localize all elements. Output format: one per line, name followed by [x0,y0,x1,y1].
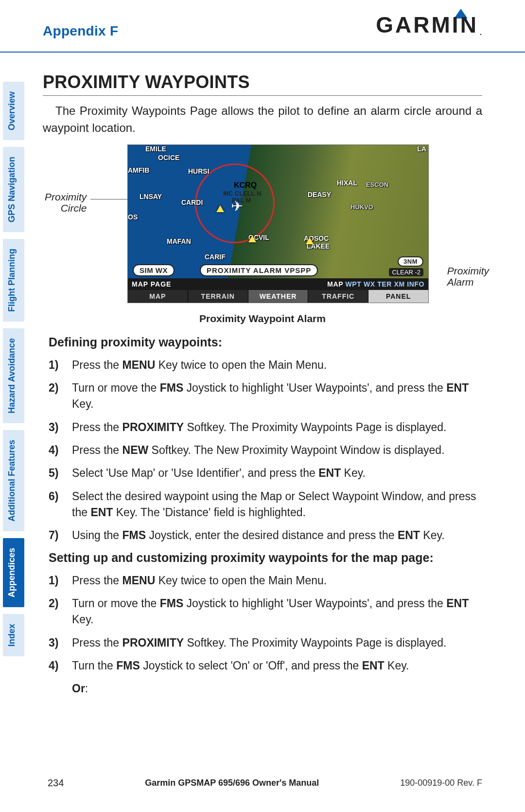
map-label: OS [128,213,138,221]
step: 4)Press the NEW Softkey. The New Proximi… [49,442,482,458]
side-tab-appendices[interactable]: Appendices [3,538,24,607]
side-tabs: OverviewGPS NavigationFlight PlanningHaz… [3,82,24,656]
step: Or: [49,681,482,697]
map-label: MAFAN [167,237,191,245]
procedure-title-2: Setting up and customizing proximity way… [49,551,482,565]
map-label: HUKVO [350,203,373,211]
step: 1)Press the MENU Key twice to open the M… [49,357,482,373]
side-tab-additional-features[interactable]: Additional Features [3,430,24,531]
step-number: 2) [49,595,72,628]
side-tab-flight-planning[interactable]: Flight Planning [3,239,24,322]
softkey-weather[interactable]: WEATHER [248,290,309,303]
step: 2)Turn or move the FMS Joystick to highl… [49,380,482,413]
waypoint-icon [306,237,314,244]
footer-title: Garmin GPSMAP 695/696 Owner's Manual [145,778,319,788]
softkey-traffic[interactable]: TRAFFIC [308,290,368,303]
step-number: 6) [49,488,72,521]
step: 6)Select the desired waypoint using the … [49,488,482,521]
step-text: Press the NEW Softkey. The New Proximity… [72,442,445,458]
step-text: Press the MENU Key twice to open the Mai… [72,573,327,589]
step-number: 1) [49,357,72,373]
intro-text: The Proximity Waypoints Page allows the … [43,103,482,137]
side-tab-overview[interactable]: Overview [3,82,24,140]
logo-text: GARMIN [376,12,478,38]
step: 1)Press the MENU Key twice to open the M… [49,573,482,589]
callout-text: Alarm [447,276,474,288]
content: PROXIMITY WAYPOINTS The Proximity Waypoi… [0,53,525,697]
side-tab-index[interactable]: Index [3,614,24,656]
footer: 234 Garmin GPSMAP 695/696 Owner's Manual… [0,777,525,789]
waypoint-icon [216,205,224,212]
step-text: Press the PROXIMITY Softkey. The Proximi… [72,635,446,651]
logo-dot: . [479,25,482,38]
step: 3)Press the PROXIMITY Softkey. The Proxi… [49,419,482,435]
softkey-map[interactable]: MAP [128,290,188,303]
scale-pill: 3NM [398,256,423,267]
map-label: CARDI [181,198,203,206]
callout-proximity-circle: Proximity Circle [45,191,87,214]
gps-screenshot: ✈ KCRQ MC CLELL N PAL M EMILE OCICE AMFI… [127,144,429,303]
proximity-alarm-pill: PROXIMITY ALARM VPSPP [200,264,318,276]
garmin-logo: GARMIN . [376,12,482,38]
wp-center: KCRQ [234,181,257,190]
procedure-steps-2: 1)Press the MENU Key twice to open the M… [43,573,482,697]
step-text: Press the PROXIMITY Softkey. The Proximi… [72,419,446,435]
wp-center-sub1: MC CLELL N [223,190,261,197]
map-label: CARIF [205,253,226,261]
sim-wx-pill: SIM WX [133,264,175,276]
step-number: 4) [49,658,72,674]
step: 2)Turn or move the FMS Joystick to highl… [49,595,482,628]
callout-text: Proximity [45,191,87,202]
step-text: Using the FMS Joystick, enter the desire… [72,527,445,543]
page-tab-bar: MAP PAGE MAP WPT WX TER XM INFO [128,278,428,290]
softkey-bar: MAPTERRAINWEATHERTRAFFICPANEL [128,290,428,303]
map-label: HIXAL [337,179,357,187]
step-text: Or: [72,681,88,697]
step: 4)Turn the FMS Joystick to select 'On' o… [49,658,482,674]
step-number: 5) [49,465,72,481]
map-label: EMILE [145,145,166,153]
procedure-title-1: Defining proximity waypoints: [49,335,482,349]
page-tab-left: MAP PAGE [128,280,327,288]
step-number: 3) [49,419,72,435]
step: 5)Select 'Use Map' or 'Use Identifier', … [49,465,482,481]
page: Appendix F GARMIN . OverviewGPS Navigati… [0,0,525,812]
clear-box: CLEAR -2 [389,268,423,276]
callout-proximity-alarm: Proximity Alarm [447,265,489,288]
step-text: Turn or move the FMS Joystick to highlig… [72,380,482,413]
step-text: Turn or move the FMS Joystick to highlig… [72,595,482,628]
map-label: LA [417,145,426,153]
side-tab-hazard-avoidance[interactable]: Hazard Avoidance [3,328,24,423]
step: 3)Press the PROXIMITY Softkey. The Proxi… [49,635,482,651]
step-number: 1) [49,573,72,589]
wp-center-sub2: PAL M [232,197,251,204]
softkey-terrain[interactable]: TERRAIN [188,290,248,303]
step-number: 2) [49,380,72,413]
map-label: LNSAY [140,193,162,200]
step-text: Select the desired waypoint using the Ma… [72,488,482,521]
side-tab-gps-navigation[interactable]: GPS Navigation [3,147,24,232]
map-label: HURSI [188,167,210,175]
map-canvas: ✈ KCRQ MC CLELL N PAL M EMILE OCICE AMFI… [128,145,428,278]
callout-text: Circle [61,202,87,214]
map-label: ESCON [366,181,388,188]
figure: Proximity Circle ✈ KCRQ MC CLELL N PAL M… [83,144,442,303]
header: Appendix F GARMIN . [0,0,525,53]
page-number: 234 [48,777,64,789]
procedure-steps-1: 1)Press the MENU Key twice to open the M… [43,357,482,544]
waypoint-icon [248,235,256,242]
step-number: 4) [49,442,72,458]
figure-caption: Proximity Waypoint Alarm [43,313,482,325]
map-label: DEASY [308,191,331,198]
step-number: 3) [49,635,72,651]
step-text: Select 'Use Map' or 'Use Identifier', an… [72,465,366,481]
step: 7)Using the FMS Joystick, enter the desi… [49,527,482,543]
map-label: AMFIB [128,166,149,174]
page-tab-right: MAP WPT WX TER XM INFO [327,280,428,288]
footer-docnum: 190-00919-00 Rev. F [400,778,482,788]
map-label: OCICE [158,154,179,162]
step-number [49,681,72,697]
softkey-panel[interactable]: PANEL [368,290,428,303]
step-number: 7) [49,527,72,543]
step-text: Press the MENU Key twice to open the Mai… [72,357,327,373]
